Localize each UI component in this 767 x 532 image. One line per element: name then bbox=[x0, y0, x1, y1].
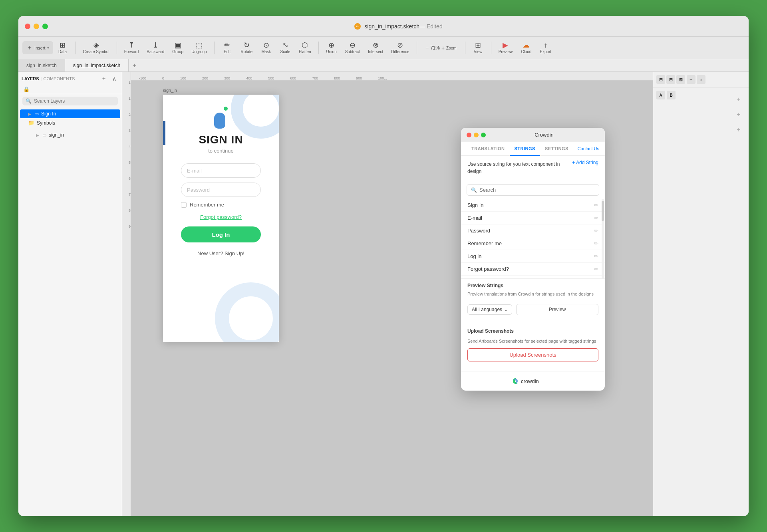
tab-sign-in[interactable]: sign_in.sketch bbox=[18, 59, 65, 71]
signin-form: SIGN IN to continue E-mail Password Reme… bbox=[163, 95, 279, 342]
forward-button[interactable]: ⤒ Forward bbox=[121, 40, 142, 56]
sidebar-tab-components[interactable]: COMPONENTS bbox=[43, 76, 75, 81]
upload-screenshots-section: Upload Screenshots Send Artboards Screen… bbox=[461, 320, 605, 371]
expand-arrow2: ▶ bbox=[36, 133, 40, 137]
scale-button[interactable]: ⤡ Scale bbox=[276, 40, 294, 56]
subtract-button[interactable]: ⊖ Subtract bbox=[342, 40, 363, 56]
tab-settings[interactable]: SETTINGS bbox=[540, 142, 573, 156]
preview-button-crowdin[interactable]: Preview bbox=[516, 304, 598, 315]
upload-screenshots-button[interactable]: Upload Screenshots bbox=[467, 348, 598, 361]
main-area: LAYERS | COMPONENTS ＋ ∧ 🔒 🔍 ▶ bbox=[18, 72, 749, 516]
language-select[interactable]: All Languages ⌄ bbox=[467, 304, 512, 315]
preview-button[interactable]: ▶ Preview bbox=[495, 40, 516, 56]
distribute-tools: ↔ ↕ bbox=[687, 75, 705, 84]
data-button[interactable]: ⊞ Data bbox=[54, 40, 72, 56]
zoom-minus-icon[interactable]: − bbox=[425, 45, 429, 51]
preview-strings-header: Preview Strings bbox=[461, 279, 605, 291]
crowdin-search-box[interactable]: 🔍 bbox=[467, 184, 599, 196]
tree-item-sign-in[interactable]: ▶ ▭ sign_in bbox=[28, 131, 120, 139]
insert-button[interactable]: ＋ Insert ▾ bbox=[22, 41, 53, 54]
mask-button[interactable]: ⊙ Mask bbox=[257, 40, 275, 56]
zoom-plus-icon[interactable]: + bbox=[441, 45, 445, 51]
inspector-row-1: A B bbox=[656, 91, 745, 99]
export-button[interactable]: ↑ Export bbox=[537, 40, 554, 56]
crowdin-close[interactable] bbox=[467, 133, 471, 137]
add-border-button[interactable]: + bbox=[735, 111, 742, 118]
canvas-area[interactable]: -100 0 100 200 300 400 500 600 700 800 9… bbox=[122, 72, 653, 516]
crowdin-title: Crowdin bbox=[489, 132, 599, 138]
string-item: Remember me ✏ bbox=[461, 237, 605, 250]
zoom-control[interactable]: − 71% + Zoom bbox=[421, 43, 461, 53]
password-field[interactable]: Password bbox=[181, 183, 261, 197]
edit-icon-5[interactable]: ✏ bbox=[594, 266, 598, 272]
dist-h-button[interactable]: ↔ bbox=[687, 75, 695, 84]
search-layers-input[interactable] bbox=[34, 98, 115, 104]
text-bold[interactable]: B bbox=[667, 91, 676, 99]
upload-screenshots-header: Upload Screenshots bbox=[461, 324, 605, 336]
create-symbol-button[interactable]: ◈ Create Symbol bbox=[80, 40, 113, 56]
add-shadow-button[interactable]: + bbox=[735, 126, 742, 133]
view-button[interactable]: ⊞ View bbox=[469, 40, 487, 56]
tab-translation[interactable]: TRANSLATION bbox=[467, 142, 510, 156]
edit-icon-4[interactable]: ✏ bbox=[594, 253, 598, 259]
sidebar-add-button[interactable]: ＋ bbox=[99, 74, 108, 83]
login-button[interactable]: Log In bbox=[181, 226, 261, 242]
edit-icon-3[interactable]: ✏ bbox=[594, 240, 598, 246]
bg-circle-top bbox=[231, 95, 279, 139]
tab-strings[interactable]: STRINGS bbox=[510, 142, 540, 156]
sidebar-collapse-button[interactable]: ∧ bbox=[110, 74, 119, 83]
backward-button[interactable]: ⤓ Backward bbox=[143, 40, 167, 56]
remember-checkbox[interactable] bbox=[181, 202, 187, 208]
cloud-button[interactable]: ☁ Cloud bbox=[517, 40, 535, 56]
tab-sign-in-impact[interactable]: sign_in_impact.sketch bbox=[65, 59, 129, 71]
text-align-left[interactable]: A bbox=[656, 91, 665, 99]
crowdin-minimize[interactable] bbox=[474, 133, 479, 137]
group-button[interactable]: ▣ Group bbox=[169, 40, 187, 56]
window-title: sign_in_impact.sketch bbox=[364, 23, 419, 30]
fullscreen-button[interactable] bbox=[42, 24, 48, 29]
scrollbar-thumb[interactable] bbox=[602, 201, 604, 221]
right-add-buttons: + + + bbox=[735, 96, 742, 133]
align-right-button[interactable]: ⊠ bbox=[676, 75, 685, 84]
edit-icon-2[interactable]: ✏ bbox=[594, 228, 598, 234]
zoom-value: 71% bbox=[430, 45, 440, 51]
union-button[interactable]: ⊕ Union bbox=[323, 40, 340, 56]
rotate-button[interactable]: ↻ Rotate bbox=[238, 40, 256, 56]
edit-icon-0[interactable]: ✏ bbox=[594, 202, 598, 208]
minimize-button[interactable] bbox=[34, 24, 39, 29]
crowdin-fullscreen[interactable] bbox=[481, 133, 486, 137]
align-center-button[interactable]: ⊟ bbox=[666, 75, 675, 84]
sidebar-lock-row: 🔒 bbox=[18, 85, 122, 94]
sidebar-tab-layers[interactable]: LAYERS bbox=[22, 76, 39, 81]
sep7 bbox=[491, 42, 491, 54]
edit-icon-1[interactable]: ✏ bbox=[594, 215, 598, 221]
search-layers-box[interactable]: 🔍 bbox=[22, 97, 118, 105]
layer-item-signin[interactable]: ▶ ▭ Sign In bbox=[20, 109, 120, 118]
add-string-button[interactable]: + Add String bbox=[572, 160, 598, 165]
ungroup-button[interactable]: ⬚ Ungroup bbox=[188, 40, 210, 56]
logo-container bbox=[211, 107, 231, 129]
layer-item-symbols[interactable]: 📁 Symbols bbox=[20, 118, 120, 127]
flatten-button[interactable]: ⬡ Flatten bbox=[296, 40, 314, 56]
crowdin-search-input[interactable] bbox=[479, 187, 595, 193]
artboard: SIGN IN to continue E-mail Password Reme… bbox=[163, 95, 279, 342]
scrollbar-track bbox=[602, 199, 604, 278]
edit-button[interactable]: ✏ Edit bbox=[219, 40, 236, 56]
tab-add-button[interactable]: + bbox=[129, 62, 140, 69]
close-button[interactable] bbox=[25, 24, 30, 29]
dist-v-button[interactable]: ↕ bbox=[697, 75, 705, 84]
align-left-button[interactable]: ⊞ bbox=[656, 75, 665, 84]
sep4 bbox=[318, 42, 319, 54]
string-item: Forgot password? ✏ bbox=[461, 263, 605, 276]
intersect-button[interactable]: ⊗ Intersect bbox=[365, 40, 386, 56]
sidebar-tabs-row: LAYERS | COMPONENTS ＋ ∧ bbox=[18, 72, 122, 85]
add-fill-button[interactable]: + bbox=[735, 96, 742, 103]
inspector-toolbar: ⊞ ⊟ ⊠ ↔ ↕ bbox=[653, 72, 749, 87]
email-field[interactable]: E-mail bbox=[181, 163, 261, 178]
signin-subtitle: to continue bbox=[208, 148, 234, 154]
difference-button[interactable]: ⊘ Difference bbox=[388, 40, 412, 56]
svg-text:✏: ✏ bbox=[356, 24, 360, 29]
contact-us-link[interactable]: Contact Us bbox=[578, 146, 599, 151]
layer-tree-expanded: ▶ ▭ sign_in bbox=[18, 131, 122, 139]
forgot-password-link[interactable]: Forgot password? bbox=[200, 214, 242, 220]
